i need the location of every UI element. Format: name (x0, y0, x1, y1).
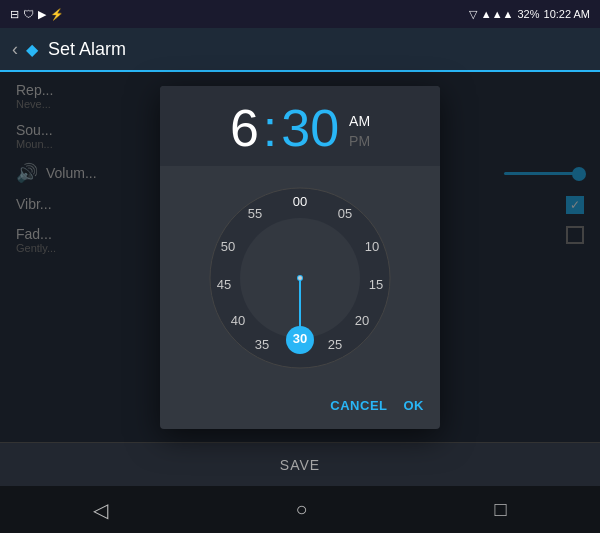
clock-svg[interactable]: 00 05 10 15 20 25 30 35 (200, 178, 400, 378)
svg-text:55: 55 (248, 206, 262, 221)
svg-text:45: 45 (217, 277, 231, 292)
ok-button[interactable]: OK (404, 394, 425, 417)
svg-text:40: 40 (231, 313, 245, 328)
ampm-block: AM PM (349, 112, 370, 151)
nav-bar: ◁ ○ □ (0, 486, 600, 533)
signal-icon: ▲▲▲ (481, 8, 514, 20)
alarm-icon: ◆ (26, 40, 38, 59)
dialog-actions: CANCEL OK (160, 386, 440, 429)
minutes-display[interactable]: 30 (281, 102, 339, 154)
time-display: 6 : 30 AM PM (160, 86, 440, 166)
svg-text:30: 30 (293, 331, 307, 346)
svg-text:15: 15 (369, 277, 383, 292)
home-nav-button[interactable]: ○ (295, 498, 307, 521)
svg-text:35: 35 (255, 337, 269, 352)
status-bar: ⊟ 🛡 ▶ ⚡ ▽ ▲▲▲ 32% 10:22 AM (0, 0, 600, 28)
back-button[interactable]: ‹ (12, 39, 18, 60)
status-right-icons: ▽ ▲▲▲ 32% 10:22 AM (469, 8, 590, 21)
svg-text:25: 25 (328, 337, 342, 352)
hour-display[interactable]: 6 (230, 102, 259, 154)
clock-time: 10:22 AM (544, 8, 590, 20)
back-nav-button[interactable]: ◁ (93, 498, 108, 522)
pm-button[interactable]: PM (349, 132, 370, 152)
am-button[interactable]: AM (349, 112, 370, 132)
recents-nav-button[interactable]: □ (494, 498, 506, 521)
save-label: SAVE (280, 457, 320, 473)
wifi-icon: ▽ (469, 8, 477, 21)
top-bar: ‹ ◆ Set Alarm (0, 28, 600, 72)
cancel-button[interactable]: CANCEL (330, 394, 387, 417)
status-left-icons: ⊟ 🛡 ▶ ⚡ (10, 8, 64, 21)
main-content: Rep... Neve... Sou... Moun... 🔊 Volum...… (0, 72, 600, 442)
svg-text:05: 05 (338, 206, 352, 221)
svg-text:20: 20 (355, 313, 369, 328)
svg-text:50: 50 (221, 239, 235, 254)
play-icon: ▶ (38, 8, 46, 21)
save-bar[interactable]: SAVE (0, 442, 600, 486)
modal-overlay: 6 : 30 AM PM (0, 72, 600, 442)
colon-display: : (263, 102, 277, 154)
svg-point-17 (298, 276, 302, 280)
svg-text:10: 10 (365, 239, 379, 254)
bolt-icon: ⚡ (50, 8, 64, 21)
clock-face-container: 00 05 10 15 20 25 30 35 (160, 166, 440, 386)
time-picker-dialog: 6 : 30 AM PM (160, 86, 440, 429)
page-title: Set Alarm (48, 39, 126, 60)
clock-face[interactable]: 00 05 10 15 20 25 30 35 (200, 178, 400, 378)
notification-icon: ⊟ (10, 8, 19, 21)
svg-text:00: 00 (293, 194, 307, 209)
battery-level: 32% (517, 8, 539, 20)
shield-icon: 🛡 (23, 8, 34, 20)
